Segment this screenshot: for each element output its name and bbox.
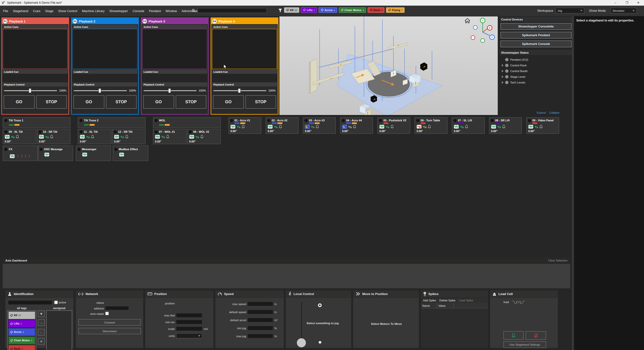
menu-stage[interactable]: Stage xyxy=(43,9,56,13)
speed-slider[interactable] xyxy=(144,90,197,91)
playback-header[interactable]: P4 Playback 4 xyxy=(211,18,278,24)
status-item-tech-levels[interactable]: Tech Levels xyxy=(500,80,572,85)
effect-tile-osc-message[interactable]: OSC Message xyxy=(38,145,73,161)
go-button[interactable]: GO xyxy=(213,95,244,109)
max-jog-input[interactable] xyxy=(248,334,273,338)
status-item-pendant[interactable]: Pendant (#12) xyxy=(500,57,572,62)
menu-file[interactable]: File xyxy=(1,9,10,13)
jog-slider-track[interactable] xyxy=(301,302,302,342)
machine-tile-11-sl-tilt[interactable]: 11 - SL Tilt▼▲0.00" xyxy=(78,129,111,144)
stagehand-name-input[interactable] xyxy=(8,300,52,305)
loaded-cue-area[interactable] xyxy=(72,74,138,82)
min-jog-input[interactable] xyxy=(248,326,273,330)
group-tile-tilt-truss-1[interactable]: Tilt Truss 1 xyxy=(3,117,70,128)
active-cues-list[interactable] xyxy=(142,29,207,69)
status-item-control-booth[interactable]: Control Booth xyxy=(500,68,572,74)
stop-button[interactable]: STOP xyxy=(245,95,276,109)
show-mode-select[interactable]: Simulator xyxy=(610,8,636,13)
menu-console[interactable]: Console xyxy=(130,9,147,13)
panel-splitter[interactable] xyxy=(572,16,574,350)
loaded-cue-area[interactable] xyxy=(142,74,207,82)
add-tag-button[interactable]: + xyxy=(38,311,44,317)
status-item-control-rack[interactable]: Control Rack xyxy=(500,63,572,68)
address-input[interactable] xyxy=(105,306,129,310)
spikes-table-body[interactable] xyxy=(421,309,488,348)
machine-tile-08-wol-2[interactable]: 08 - WOL #2▼▲0.00" xyxy=(187,129,221,144)
effect-tile-fx[interactable]: FX!!!! xyxy=(3,145,38,161)
expander-arrow-icon[interactable] xyxy=(502,75,504,78)
stage-3d-viewport[interactable]: Y X Z xyxy=(279,16,498,115)
chip-deck[interactable]: Deck3 xyxy=(368,7,384,13)
playback-header[interactable]: P2 Playback 2 xyxy=(72,18,138,24)
status-item-stage-level[interactable]: Stage Level xyxy=(500,74,572,79)
delete-spike-button[interactable]: Delete Spike xyxy=(440,299,456,302)
machine-tile-01-acro-1[interactable]: 01 - Acro #1▼▲0.00" xyxy=(228,117,261,134)
expand-link[interactable]: Expand xyxy=(537,111,546,114)
menu-machine-library[interactable]: Machine Library xyxy=(80,9,107,13)
speed-slider[interactable] xyxy=(213,90,266,91)
add-spike-button[interactable]: Add Spike xyxy=(423,299,436,302)
expander-arrow-icon[interactable] xyxy=(502,64,504,67)
minimize-button[interactable]: – xyxy=(610,0,621,5)
slider-thumb[interactable] xyxy=(99,88,101,93)
active-cues-list[interactable] xyxy=(72,29,138,69)
playback-header[interactable]: P1 Playback 1 xyxy=(2,18,68,24)
go-button[interactable]: GO xyxy=(74,95,104,109)
menu-stagehand[interactable]: Stagehand xyxy=(10,9,31,13)
go-button[interactable]: GO xyxy=(4,95,34,109)
default-accel-input[interactable] xyxy=(248,318,273,322)
spikemark-console-button[interactable]: Spikemark Console xyxy=(500,40,572,47)
unassign-tag-button[interactable]: ← xyxy=(38,329,44,336)
slider-thumb[interactable] xyxy=(238,88,241,93)
group-tile-wol[interactable]: WOL xyxy=(153,117,221,128)
workspace-select[interactable]: Jog xyxy=(556,8,584,13)
collapse-link[interactable]: Collapse xyxy=(549,111,560,114)
load-spike-button[interactable]: Load Spike xyxy=(459,299,473,302)
clear-selection-button[interactable]: Clear Selection xyxy=(548,259,568,262)
stop-button[interactable]: STOP xyxy=(106,95,136,109)
machine-tile-09-video-panel[interactable]: 09 - Video Panel▼▲0.00" xyxy=(526,117,559,134)
disconnect-button[interactable]: Disconnect xyxy=(78,328,141,334)
chip-lifts[interactable]: Lifts2 xyxy=(301,7,317,13)
assigned-tags-list[interactable] xyxy=(46,311,72,350)
default-speed-input[interactable] xyxy=(248,310,273,314)
machine-tile-12-sr-tilt[interactable]: 12 - SR Tilt▼▲0.00" xyxy=(112,129,146,144)
chip-chain-motos[interactable]: Chain Motos3 xyxy=(338,7,366,13)
speed-slider[interactable] xyxy=(4,90,57,91)
load-alarm-on-button[interactable] xyxy=(504,331,524,340)
tag-item-lifts[interactable]: Lifts2 xyxy=(8,320,35,328)
spikes-col-value[interactable]: Value xyxy=(437,303,454,308)
machine-tile-08-sr-lift[interactable]: 08 - SR Lift▼▲0.00" xyxy=(489,117,522,134)
machine-tile-03-acro-3[interactable]: 03 - Acro #3▼▲0.00" xyxy=(303,117,336,134)
max-speed-input[interactable] xyxy=(248,302,273,306)
close-button[interactable]: ✕ xyxy=(632,0,644,5)
playback-header[interactable]: P3 Playback 3 xyxy=(142,18,208,24)
loaded-cue-area[interactable] xyxy=(212,74,277,82)
effect-tile-messenger[interactable]: Messenger xyxy=(76,145,111,161)
loaded-cue-area[interactable] xyxy=(3,74,68,82)
go-button[interactable]: GO xyxy=(143,95,174,109)
slider-thumb[interactable] xyxy=(29,88,31,93)
effect-tile-modbus-effect[interactable]: Modbus Effect xyxy=(113,145,148,161)
assign-tag-button[interactable]: → xyxy=(38,319,44,326)
chip-all[interactable]: All22 xyxy=(284,7,299,13)
tag-item-chain-motos[interactable]: Chain Motos3 xyxy=(8,337,35,344)
slider-thumb[interactable] xyxy=(168,88,171,93)
chip-acros[interactable]: Acros4 xyxy=(319,7,337,13)
expander-arrow-icon[interactable] xyxy=(502,81,504,84)
load-alarm-off-button[interactable] xyxy=(526,331,546,340)
menu-show-control[interactable]: Show Control xyxy=(56,9,80,13)
active-checkbox[interactable] xyxy=(54,301,58,304)
tag-item-all[interactable]: All22 xyxy=(8,312,35,319)
units-select[interactable] xyxy=(176,333,202,338)
expander-arrow-icon[interactable] xyxy=(502,70,504,72)
auto-repair-checkbox[interactable] xyxy=(105,312,109,315)
min-rev-input[interactable] xyxy=(176,320,202,324)
all-tags-list[interactable]: All22 Lifts2 Acros4 Chain Motos3 Deck3 xyxy=(8,311,36,350)
active-cues-list[interactable] xyxy=(3,29,68,69)
showstopper-consolette-button[interactable]: Showstopper Consolette xyxy=(500,23,572,30)
machine-tile-04-acro-4[interactable]: 04 - Acro #4▼▲0.00" xyxy=(340,117,373,134)
search-input[interactable] xyxy=(197,8,267,13)
machine-tile-09-sl-tilt[interactable]: 09 - SL Tilt▼▲0.00" xyxy=(3,129,36,144)
group-tile-tilt-truss-2[interactable]: Tilt Truss 2 xyxy=(78,117,146,128)
